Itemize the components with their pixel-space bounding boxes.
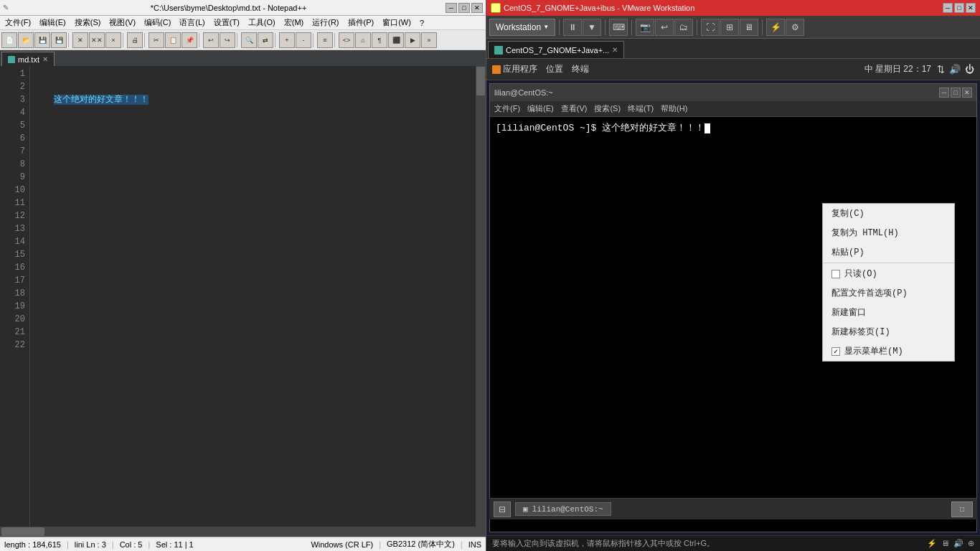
notepad-scrollbar-thumb[interactable] [476,67,485,95]
toolbar-find-btn[interactable]: 🔍 [241,32,257,48]
toolbar-macro-btn[interactable]: ⬛ [388,32,404,48]
vm-fullscreen-btn[interactable]: ⛶ [701,19,720,36]
menu-settings[interactable]: 设置(T) [210,17,243,29]
vm-unity-btn[interactable]: ⊞ [720,19,739,36]
notepad-tab-mdtxt[interactable]: md.txt ✕ [1,52,55,66]
vm-status-display-icon[interactable]: 🖥 [941,539,949,548]
vmware-statusbar: 要将输入定向到该虚拟机，请将鼠标指针移入其中或按 Ctrl+G。 ⚡ 🖥 🔊 ⊕ [486,535,980,551]
menu-window[interactable]: 窗口(W) [379,17,415,29]
context-show-menubar[interactable]: 显示菜单栏(M) [823,342,954,361]
vm-revert-btn[interactable]: ↩ [655,19,674,36]
menu-macro[interactable]: 宏(M) [281,17,308,29]
vm-taskbar-terminal-item[interactable]: ▣ lilian@CentOS:~ [515,502,611,516]
term-menu-help[interactable]: 帮助(H) [661,103,687,114]
toolbar-close-btn[interactable]: ✕ [72,32,88,48]
context-copy-html[interactable]: 复制为 HTML(H) [823,223,954,242]
menu-plugins[interactable]: 插件(P) [344,17,378,29]
menu-tools[interactable]: 工具(O) [245,17,279,29]
toolbar-redo-btn[interactable]: ↪ [220,32,235,48]
toolbar-closeall-btn[interactable]: ✕✕ [89,32,105,48]
vm-power-btn[interactable]: ▼ [583,19,601,36]
toolbar-zoomout-btn[interactable]: - [296,32,311,48]
menu-edit[interactable]: 编辑(E) [36,17,70,29]
gnome-volume-icon[interactable]: 🔊 [949,64,961,75]
toolbar-more-btn[interactable]: » [421,32,437,48]
menu-encoding[interactable]: 编码(C) [141,17,174,29]
vm-terminal-content[interactable]: [lilian@CentOS ~]$ 这个绝对的好文章！！！ 复制(C) 复制为… [490,117,976,532]
vm-restore-btn[interactable]: ⊟ [494,501,511,517]
tab-close-icon[interactable]: ✕ [42,55,48,63]
toolbar-saveall-btn[interactable]: 💾 [51,32,67,48]
notepad-code-area[interactable]: 这个绝对的好文章！！！ [30,66,476,527]
vm-taskbar-btn-1[interactable]: □ [951,501,973,517]
toolbar-save-btn[interactable]: 💾 [34,32,50,48]
notepad-editor-area[interactable]: 1 2 3 4 5 6 7 8 9 10 11 12 13 14 15 16 1… [0,66,486,527]
term-menu-terminal[interactable]: 终端(T) [628,103,654,114]
menu-search[interactable]: 搜索(S) [71,17,105,29]
gnome-terminal-menu[interactable]: 终端 [572,63,589,75]
context-copy[interactable]: 复制(C) [823,204,954,223]
vm-snapshot-mgr-btn[interactable]: 🗂 [674,19,693,36]
toolbar-paste-btn[interactable]: 📌 [182,32,197,48]
vm-terminal-maximize-btn[interactable]: □ [951,88,961,98]
vmware-tab-centos[interactable]: CentOS_7_GNOME+Java+... ✕ [488,41,624,58]
vm-terminal-minimize-btn[interactable]: ─ [939,88,949,98]
gnome-power-icon[interactable]: ⏻ [965,64,974,75]
toolbar-eol-btn[interactable]: ¶ [372,32,387,48]
notepad-minimize-button[interactable]: ─ [446,3,457,13]
context-readonly[interactable]: 只读(O) [823,264,954,283]
toolbar-copy-btn[interactable]: 📋 [165,32,181,48]
toolbar-wrap-btn[interactable]: ⌂ [355,32,371,48]
term-menu-search[interactable]: 搜索(S) [594,103,621,114]
term-menu-view[interactable]: 查看(V) [561,103,588,114]
gnome-apps-menu[interactable]: 应用程序 [492,63,537,75]
toolbar-code-btn[interactable]: <> [339,32,354,48]
vm-tab-close-icon[interactable]: ✕ [612,46,618,54]
term-menu-file[interactable]: 文件(F) [494,103,520,114]
toolbar-open-btn[interactable]: 📂 [18,32,34,48]
code-line-13 [33,222,473,235]
toolbar-cut-btn[interactable]: ✂ [149,32,164,48]
vmware-minimize-button[interactable]: ─ [943,3,953,13]
vm-terminal-close-btn[interactable]: ✕ [962,88,972,98]
context-show-menubar-checkbox[interactable] [831,347,840,356]
toolbar-zoomin-btn[interactable]: + [279,32,295,48]
toolbar-undo-btn[interactable]: ↩ [203,32,219,48]
vm-status-sound-icon[interactable]: 🔊 [953,539,963,548]
notepad-maximize-button[interactable]: □ [458,3,470,13]
toolbar-macro2-btn[interactable]: ▶ [405,32,420,48]
term-menu-edit[interactable]: 编辑(E) [527,103,554,114]
context-new-tab[interactable]: 新建标签页(I) [823,322,954,342]
vm-status-usb-icon[interactable]: ⊕ [968,539,974,548]
gnome-network-icon[interactable]: ⇅ [937,64,945,75]
menu-run[interactable]: 运行(R) [308,17,342,29]
context-paste[interactable]: 粘贴(P) [823,242,954,262]
menu-view[interactable]: 视图(V) [105,17,139,29]
vm-send-ctrlaltdel-btn[interactable]: ⌨ [609,19,628,36]
menu-file[interactable]: 文件(F) [1,17,34,29]
toolbar-new-btn[interactable]: 📄 [1,32,17,48]
toolbar-indent-btn[interactable]: ≡ [317,32,333,48]
vm-display-btn[interactable]: 🖥 [740,19,758,36]
toolbar-print-btn[interactable]: 🖨 [127,32,143,48]
context-readonly-checkbox[interactable] [831,270,840,278]
context-profile-prefs[interactable]: 配置文件首选项(P) [823,283,954,303]
vm-snapshot-btn[interactable]: 📷 [636,19,654,36]
notepad-close-button[interactable]: ✕ [471,3,483,13]
menu-help[interactable]: ? [416,18,428,28]
toolbar-replace-btn[interactable]: ⇄ [258,32,273,48]
context-new-window[interactable]: 新建窗口 [823,303,954,322]
vm-status-network-icon[interactable]: ⚡ [927,539,937,548]
gnome-location-menu[interactable]: 位置 [546,63,563,75]
notepad-horizontal-scrollbar[interactable] [0,527,486,537]
toolbar-btn-x[interactable]: × [105,32,121,48]
vm-settings-btn[interactable]: ⚙ [786,19,804,36]
vmware-workstation-button[interactable]: Workstation ▼ [489,19,555,36]
vm-usb-btn[interactable]: ⚡ [766,19,785,36]
notepad-h-scrollbar-thumb[interactable] [1,527,44,536]
vm-pause-button[interactable]: ⏸ [563,19,582,36]
vmware-maximize-button[interactable]: □ [954,3,964,13]
notepad-vertical-scrollbar[interactable] [476,66,486,527]
menu-language[interactable]: 语言(L) [176,17,208,29]
vmware-close-button[interactable]: ✕ [966,3,976,13]
